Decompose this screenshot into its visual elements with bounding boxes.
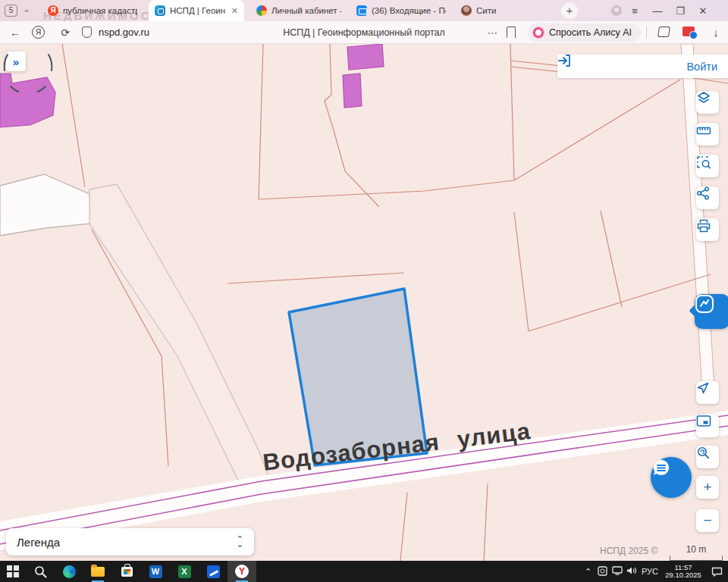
tab-title: НСПД | Геоинформ: [170, 6, 225, 15]
legend-toggle-icon[interactable]: ⌃⌄: [237, 537, 243, 547]
tab-public-cadastre[interactable]: Я публичная кадастров: [42, 0, 146, 21]
windows-taskbar: W X Y ⌃ РУС 11:57 29.10.2025: [0, 561, 728, 582]
zoom-extent-icon: [696, 446, 710, 459]
tab-nspd-active[interactable]: НСПД | Геоинформ ✕: [149, 0, 244, 21]
taskbar-edge-button[interactable]: [55, 561, 83, 582]
taskbar-store-button[interactable]: [112, 561, 141, 582]
restore-button[interactable]: ❐: [669, 5, 692, 17]
mail-favicon: [356, 5, 367, 16]
avatar-favicon: [461, 5, 472, 16]
zoom-extent-button[interactable]: [696, 446, 719, 468]
divider: [646, 26, 647, 39]
copyright-text: НСПД 2025 ©: [600, 546, 657, 556]
taskbar-blue-app-button[interactable]: [199, 561, 228, 582]
windows-icon: [7, 565, 19, 577]
map-canvas: Водозаборная улица: [0, 44, 728, 561]
start-button[interactable]: [0, 561, 26, 582]
tab-list-chevron-icon[interactable]: ⌄: [23, 4, 30, 14]
blue-app-icon: [207, 565, 220, 578]
close-button[interactable]: ✕: [692, 5, 714, 17]
chat-support-button[interactable]: [651, 457, 692, 498]
language-indicator[interactable]: РУС: [639, 567, 661, 576]
map-widget-icon: [695, 294, 714, 314]
taskbar-explorer-button[interactable]: [83, 561, 112, 582]
excel-icon: X: [178, 565, 191, 578]
building: [347, 44, 384, 70]
scale-bracket: [670, 555, 723, 561]
locate-button[interactable]: [696, 381, 719, 404]
search-area-button[interactable]: [696, 155, 719, 177]
building: [343, 74, 362, 108]
downloads-icon[interactable]: ↓: [708, 26, 723, 39]
share-icon: [696, 186, 710, 200]
profile-icon[interactable]: [611, 5, 622, 16]
tab-mail-inbox[interactable]: (36) Входящие - Почта: [350, 0, 452, 21]
print-icon: [696, 218, 711, 233]
login-icon: [557, 55, 571, 67]
collections-icon[interactable]: [657, 27, 670, 37]
area-search-icon: [696, 155, 711, 170]
browser-menu-icon[interactable]: ≡: [623, 5, 646, 17]
road-area: [0, 174, 91, 236]
tray-sync-icon[interactable]: [595, 566, 610, 577]
yandex-home-icon[interactable]: Я: [32, 26, 45, 39]
gosuslugi-favicon: [256, 5, 267, 16]
volume-icon[interactable]: [624, 566, 639, 577]
chat-bubble-icon: [651, 457, 672, 478]
cadastral-map[interactable]: Водозаборная улица » Войти: [0, 44, 728, 561]
reload-icon[interactable]: ⟳: [58, 27, 73, 39]
site-security-icon[interactable]: [82, 27, 92, 38]
tab-city[interactable]: Сити: [455, 0, 523, 21]
more-options-icon[interactable]: ⋯: [484, 27, 502, 39]
system-tray: ⌃ РУС 11:57 29.10.2025: [581, 561, 728, 582]
legend-panel[interactable]: Легенда ⌃⌄: [6, 528, 254, 555]
scale-label: 10 m: [670, 544, 723, 555]
action-center-button[interactable]: [705, 567, 728, 577]
scale-bar: 10 m: [670, 544, 723, 561]
date-text: 29.10.2025: [661, 571, 705, 580]
edge-icon: [63, 565, 76, 578]
legend-label: Легенда: [17, 536, 60, 549]
tab-close-icon[interactable]: ✕: [231, 6, 238, 16]
tray-expand-icon[interactable]: ⌃: [581, 567, 595, 577]
share-button[interactable]: [696, 186, 719, 209]
minimap-button[interactable]: [696, 415, 719, 437]
buildings-layer: [0, 44, 384, 127]
tab-counter-button[interactable]: 5: [5, 5, 17, 17]
login-bar[interactable]: Войти: [557, 55, 728, 78]
clock[interactable]: 11:57 29.10.2025: [661, 564, 705, 580]
bookmark-icon[interactable]: [507, 27, 516, 38]
print-button[interactable]: [696, 218, 719, 241]
road-area: [89, 184, 273, 496]
layers-button[interactable]: [696, 91, 719, 114]
nspd-favicon: [155, 5, 165, 16]
taskbar-word-button[interactable]: W: [141, 561, 170, 582]
url-text[interactable]: nspd.gov.ru: [99, 27, 149, 38]
map-apps-widget[interactable]: [695, 294, 728, 329]
tab-personal-account[interactable]: Личный кабинет - Об: [250, 0, 347, 21]
tab-title: Сити: [476, 6, 496, 15]
measure-button[interactable]: [696, 123, 719, 146]
new-tab-button[interactable]: +: [561, 2, 578, 19]
back-icon[interactable]: ←: [8, 27, 23, 39]
network-icon[interactable]: [610, 566, 624, 577]
tab-title: Личный кабинет - Об: [271, 6, 341, 15]
minimap-icon: [696, 415, 711, 428]
layers-icon: [696, 91, 711, 106]
taskbar-excel-button[interactable]: X: [170, 561, 199, 582]
ruler-icon: [696, 123, 711, 138]
expand-sidebar-button[interactable]: »: [6, 52, 26, 71]
taskbar-yandex-browser-button[interactable]: Y: [228, 561, 256, 582]
extension-icon[interactable]: [682, 27, 695, 36]
building: [0, 74, 55, 127]
yandex-browser-icon: Y: [235, 565, 249, 578]
store-icon: [121, 567, 133, 577]
address-bar: ← Я ⟳ nspd.gov.ru НСПД | Геоинформационн…: [0, 21, 728, 44]
taskbar-search-button[interactable]: [26, 561, 55, 582]
minimize-button[interactable]: —: [646, 5, 669, 17]
ask-alice-button[interactable]: Спросить Алису AI: [528, 23, 641, 42]
zoom-out-button[interactable]: −: [696, 509, 719, 532]
alice-label: Спросить Алису AI: [549, 27, 632, 38]
folder-icon: [91, 567, 105, 577]
zoom-in-button[interactable]: +: [696, 476, 719, 499]
